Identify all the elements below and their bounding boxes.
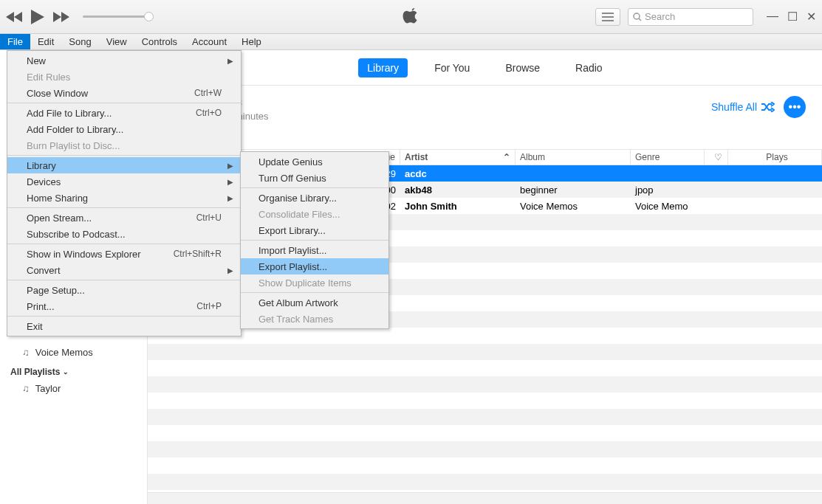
bottom-scrollbar[interactable] (148, 492, 822, 504)
prev-button[interactable] (6, 12, 22, 22)
play-button[interactable] (31, 10, 44, 24)
menu-bar: FileEditSongViewControlsAccountHelp (0, 34, 822, 50)
search-icon (633, 13, 642, 21)
sidebar-label: All Playlists (10, 367, 60, 377)
table-row-empty (148, 360, 822, 376)
menu-item-library[interactable]: Library▶ (7, 157, 241, 173)
col-album[interactable]: Album (516, 150, 631, 165)
menu-item-export-library[interactable]: Export Library... (241, 222, 388, 238)
music-note-icon: ♫ (22, 347, 30, 358)
col-loved[interactable]: ♡ (705, 150, 728, 165)
svg-point-0 (634, 13, 640, 19)
shuffle-all-button[interactable]: Shuffle All (711, 101, 775, 113)
shuffle-label: Shuffle All (711, 101, 757, 113)
menu-item-devices[interactable]: Devices▶ (7, 173, 241, 190)
chevron-right-icon: ▶ (227, 266, 233, 275)
menu-item-turn-off-genius[interactable]: Turn Off Genius (241, 170, 388, 186)
menu-help[interactable]: Help (234, 34, 269, 49)
window-controls: — ☐ ✕ (767, 10, 816, 24)
menu-item-subscribe-to-podcast[interactable]: Subscribe to Podcast... (7, 226, 241, 242)
apple-logo (402, 6, 421, 28)
menu-item-convert[interactable]: Convert▶ (7, 262, 241, 278)
right-controls: Search — ☐ ✕ (595, 8, 816, 26)
file-menu-dropdown: New▶Edit RulesClose WindowCtrl+WAdd File… (7, 50, 242, 336)
menu-item-burn-playlist-to-disc: Burn Playlist to Disc... (7, 137, 241, 153)
content-header-actions: Shuffle All ••• (148, 96, 813, 118)
menu-file[interactable]: File (0, 34, 30, 49)
menu-item-update-genius[interactable]: Update Genius (241, 153, 388, 170)
menu-account[interactable]: Account (185, 34, 234, 49)
menu-item-get-track-names: Get Track Names (241, 311, 388, 327)
menu-item-new[interactable]: New▶ (7, 52, 241, 69)
menu-item-close-window[interactable]: Close WindowCtrl+W (7, 85, 241, 101)
more-button[interactable]: ••• (784, 96, 806, 118)
menu-item-open-stream[interactable]: Open Stream...Ctrl+U (7, 210, 241, 226)
menu-item-print[interactable]: Print...Ctrl+P (7, 298, 241, 314)
chevron-down-icon: ⌄ (63, 368, 69, 376)
table-row-empty (148, 409, 822, 425)
maximize-button[interactable]: ☐ (787, 10, 798, 24)
svg-line-1 (639, 18, 641, 21)
chevron-right-icon: ▶ (227, 194, 233, 202)
ellipsis-icon: ••• (789, 100, 801, 114)
table-row-empty (148, 376, 822, 393)
shuffle-icon (761, 102, 775, 112)
playback-controls (6, 10, 69, 24)
minimize-button[interactable]: — (767, 10, 778, 24)
nav-tabs: LibraryFor YouBrowseRadio (148, 50, 822, 86)
search-field[interactable]: Search (628, 8, 753, 26)
menu-item-home-sharing[interactable]: Home Sharing▶ (7, 190, 241, 206)
table-row-empty (148, 474, 822, 490)
menu-controls[interactable]: Controls (134, 34, 185, 49)
menu-item-organise-library[interactable]: Organise Library... (241, 190, 388, 206)
menu-song[interactable]: Song (61, 34, 98, 49)
player-bar: Search — ☐ ✕ (0, 0, 822, 34)
next-button[interactable] (53, 12, 69, 22)
table-row-empty (148, 344, 822, 360)
menu-item-get-album-artwork[interactable]: Get Album Artwork (241, 294, 388, 311)
table-row-empty (148, 328, 822, 344)
col-genre[interactable]: Genre (631, 150, 705, 165)
table-row-empty (148, 441, 822, 458)
menu-item-page-setup[interactable]: Page Setup... (7, 282, 241, 298)
playlist-icon: ♫ (22, 383, 30, 394)
menu-item-add-folder-to-library[interactable]: Add Folder to Library... (7, 121, 241, 137)
menu-item-show-duplicate-items: Show Duplicate Items (241, 275, 388, 291)
table-row-empty (148, 458, 822, 474)
menu-item-import-playlist[interactable]: Import Playlist... (241, 242, 388, 258)
col-artist[interactable]: Artist⌃ (400, 150, 516, 165)
menu-edit[interactable]: Edit (30, 34, 61, 49)
menu-item-consolidate-files: Consolidate Files... (241, 206, 388, 222)
menu-view[interactable]: View (99, 34, 134, 49)
sidebar-item-voice-memos[interactable]: ♫ Voice Memos (0, 344, 147, 361)
tab-radio[interactable]: Radio (566, 58, 612, 77)
search-placeholder: Search (645, 11, 675, 22)
library-submenu-dropdown: Update GeniusTurn Off GeniusOrganise Lib… (240, 151, 389, 329)
menu-item-export-playlist[interactable]: Export Playlist... (241, 258, 388, 275)
close-button[interactable]: ✕ (806, 10, 816, 24)
chevron-right-icon: ▶ (227, 162, 233, 170)
volume-slider[interactable] (83, 15, 149, 18)
heart-icon: ♡ (714, 152, 722, 162)
col-plays[interactable]: Plays (728, 150, 822, 165)
menu-item-edit-rules: Edit Rules (7, 69, 241, 85)
menu-item-add-file-to-library[interactable]: Add File to Library...Ctrl+O (7, 105, 241, 121)
list-view-button[interactable] (595, 8, 620, 26)
sidebar-category-all-playlists[interactable]: All Playlists ⌄ (0, 361, 147, 380)
sidebar-item-playlist[interactable]: ♫ Taylor (0, 380, 147, 397)
sort-asc-icon: ⌃ (503, 152, 510, 162)
table-row-empty (148, 393, 822, 409)
chevron-right-icon: ▶ (227, 178, 233, 186)
tab-for-you[interactable]: For You (425, 58, 479, 77)
menu-item-show-in-windows-explorer[interactable]: Show in Windows ExplorerCtrl+Shift+R (7, 246, 241, 262)
chevron-right-icon: ▶ (227, 57, 233, 65)
tab-browse[interactable]: Browse (496, 58, 549, 77)
sidebar-label: Voice Memos (35, 347, 93, 358)
sidebar-label: Taylor (35, 383, 61, 394)
table-row-empty (148, 425, 822, 441)
menu-item-exit[interactable]: Exit (7, 318, 241, 334)
tab-library[interactable]: Library (358, 58, 408, 77)
